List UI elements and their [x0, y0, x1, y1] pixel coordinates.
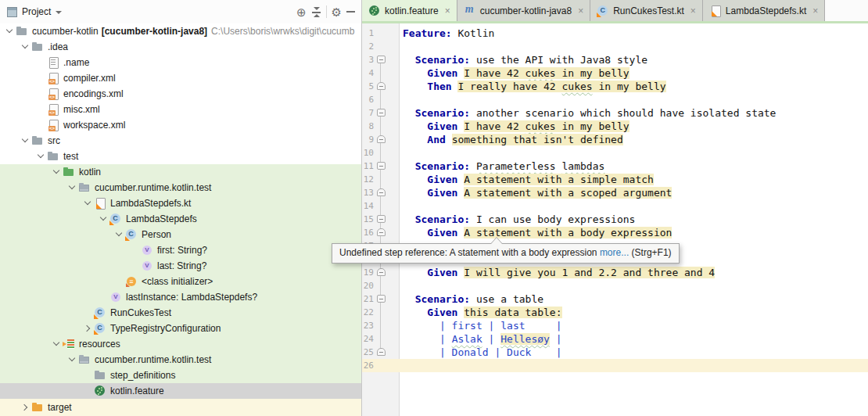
chevron-down-icon[interactable]: [66, 357, 78, 363]
tree-item-typeregistryconfiguration[interactable]: TypeRegistryConfiguration: [0, 321, 361, 336]
tree-item-cucumber-runtime-kotlin-test[interactable]: cucumber.runtime.kotlin.test: [0, 352, 361, 368]
fold-marker-icon[interactable]: [377, 348, 386, 356]
tree-item-last-string[interactable]: last: String?: [0, 258, 361, 274]
code-text[interactable]: Given A statement with a scoped argument: [400, 186, 868, 199]
tree-item-first-string[interactable]: first: String?: [0, 242, 361, 258]
tree-item-workspace-xml[interactable]: workspace.xml: [0, 117, 361, 133]
tree-item-runcukestest[interactable]: RunCukesTest: [0, 305, 361, 321]
code-text[interactable]: | first | last |: [400, 319, 868, 332]
code-text[interactable]: Scenario: Parameterless lambdas: [400, 160, 868, 173]
code-text[interactable]: Given A statement with a body expression: [400, 226, 868, 239]
chevron-down-icon[interactable]: [113, 231, 125, 238]
code-text[interactable]: And something that isn't defined: [400, 133, 868, 146]
tree-item-kotlin-feature[interactable]: kotlin.feature: [0, 383, 361, 399]
fold-marker-icon[interactable]: [377, 82, 386, 90]
fold-column: [374, 120, 400, 133]
code-text[interactable]: Then I really have 42 cukes in my belly: [400, 80, 868, 93]
code-text[interactable]: Scenario: another scenario which should …: [400, 106, 868, 120]
fold-marker-icon[interactable]: [377, 109, 386, 117]
code-text[interactable]: Feature: Kotlin: [400, 27, 868, 40]
tree-item-name[interactable]: .name: [0, 55, 361, 70]
tab-lambdastepdefs-kt[interactable]: LambdaStepdefs.kt×: [703, 0, 825, 21]
code-text[interactable]: | Aslak | Hellesøy |: [400, 332, 868, 346]
tree-item-resources[interactable]: resources: [0, 336, 361, 352]
file-xml-icon: [47, 88, 59, 100]
tab-runcukestest-kt[interactable]: RunCukesTest.kt×: [590, 0, 703, 21]
tree-item-test[interactable]: test: [0, 149, 361, 164]
code-text[interactable]: [400, 40, 868, 53]
tree-item-lastinstance-lambdastepdefs[interactable]: lastInstance: LambdaStepdefs?: [0, 289, 361, 305]
chevron-down-icon[interactable]: [50, 341, 63, 347]
editor[interactable]: 1Feature: Kotlin23 Scenario: use the API…: [362, 23, 868, 416]
fold-marker-icon[interactable]: [377, 135, 386, 143]
code-text[interactable]: Scenario: use the API with Java8 style: [400, 53, 868, 66]
code-text[interactable]: Given I will give you 1 and 2.2 and thre…: [400, 266, 868, 279]
tree-item-lambdastepdefs-kt[interactable]: LambdaStepdefs.kt: [0, 195, 361, 211]
tree-item-misc-xml[interactable]: misc.xml: [0, 102, 361, 117]
tooltip-more-link[interactable]: more...: [600, 247, 629, 258]
folder-icon: [94, 369, 106, 382]
fold-marker-icon[interactable]: [377, 215, 386, 223]
line-number: 24: [362, 332, 374, 346]
tree-item-encodings-xml[interactable]: encodings.xml: [0, 86, 361, 102]
close-tab-icon[interactable]: ×: [690, 6, 696, 16]
code-text[interactable]: [400, 279, 868, 292]
fold-marker-icon[interactable]: [377, 268, 386, 276]
code-text[interactable]: Given this data table:: [400, 306, 868, 319]
tree-item-idea[interactable]: .idea: [0, 39, 361, 55]
chevron-down-icon[interactable]: [66, 185, 78, 191]
locate-file-icon[interactable]: ⊕: [296, 6, 307, 18]
line-number: 4: [362, 66, 374, 80]
chevron-down-icon[interactable]: [97, 216, 109, 222]
tree-item-step-definitions[interactable]: step_definitions: [0, 368, 361, 383]
gear-icon[interactable]: ⚙: [332, 6, 342, 18]
code-text[interactable]: Given I have 42 cukes in my belly: [400, 66, 868, 80]
tree-item-target[interactable]: target: [0, 399, 361, 416]
tree-item-cucumber-runtime-kotlin-test[interactable]: cucumber.runtime.kotlin.test: [0, 180, 361, 195]
project-panel-title[interactable]: Project: [22, 6, 51, 17]
tree-item-compiler-xml[interactable]: compiler.xml: [0, 70, 361, 86]
code-text[interactable]: [400, 146, 868, 160]
code-text[interactable]: | Donald | Duck |: [400, 346, 868, 359]
code-text[interactable]: [400, 93, 868, 106]
tab-kotlin-feature[interactable]: kotlin.feature×: [362, 0, 457, 21]
fold-marker-icon[interactable]: [377, 295, 386, 303]
chevron-down-icon[interactable]: [19, 138, 31, 144]
hide-panel-icon[interactable]: [346, 11, 355, 13]
folder-icon: [31, 134, 44, 147]
tree-item-lambdastepdefs[interactable]: LambdaStepdefs: [0, 211, 361, 227]
fold-marker-icon[interactable]: [377, 228, 386, 236]
close-tab-icon[interactable]: ×: [812, 6, 818, 16]
chevron-down-icon[interactable]: [81, 200, 94, 206]
code-text[interactable]: Given I have 42 cukes in my belly: [400, 120, 868, 133]
editor-line-13: 13 Given A statement with a scoped argum…: [362, 186, 868, 199]
chevron-right-icon[interactable]: [81, 325, 94, 332]
collapse-all-icon[interactable]: [311, 7, 321, 17]
tree-item-src[interactable]: src: [0, 133, 361, 149]
code-text[interactable]: [400, 199, 868, 213]
chevron-down-icon[interactable]: [50, 169, 63, 175]
chevron-down-icon[interactable]: [3, 28, 16, 34]
tree-item-cucumber-kotlin[interactable]: cucumber-kotlin[cucumber-kotlin-java8]C:…: [0, 23, 361, 39]
fold-marker-icon[interactable]: [377, 56, 386, 63]
code-text[interactable]: [400, 359, 868, 372]
editor-line-16: 16 Given A statement with a body express…: [362, 226, 868, 239]
line-number: 20: [362, 279, 374, 292]
gutter-cell: 21: [362, 292, 400, 306]
chevron-down-icon[interactable]: [34, 153, 47, 160]
chevron-down-icon[interactable]: [19, 44, 31, 50]
tree-item-person[interactable]: Person: [0, 227, 361, 242]
tree-item-class-initializer[interactable]: <class initializer>: [0, 274, 361, 289]
tab-cucumber-kotlin-java8[interactable]: cucumber-kotlin-java8×: [457, 0, 590, 21]
code-text[interactable]: Scenario: I can use body expressions: [400, 213, 868, 226]
code-text[interactable]: Scenario: use a table: [400, 292, 868, 306]
close-tab-icon[interactable]: ×: [445, 6, 450, 16]
tree-item-label: TypeRegistryConfiguration: [110, 323, 221, 334]
chevron-down-icon[interactable]: [56, 11, 62, 14]
tree-item-kotlin[interactable]: kotlin: [0, 164, 361, 180]
close-tab-icon[interactable]: ×: [578, 6, 583, 16]
chevron-right-icon[interactable]: [19, 404, 31, 411]
code-text[interactable]: Given A statement with a simple match: [400, 173, 868, 186]
fold-marker-icon[interactable]: [377, 162, 386, 170]
fold-marker-icon[interactable]: [377, 188, 386, 196]
